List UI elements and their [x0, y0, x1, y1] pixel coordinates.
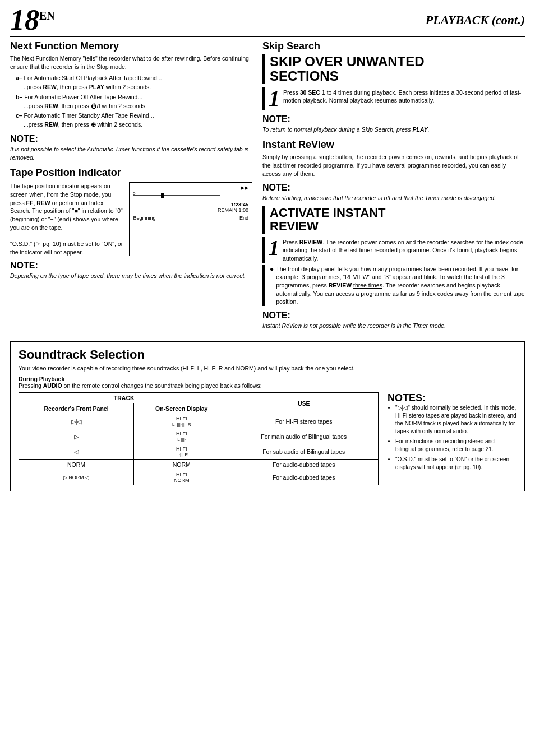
- table-cell: For audio-dubbed tapes: [229, 470, 379, 485]
- col2-header: On-Screen Display: [134, 403, 229, 414]
- skip-search-section: Skip Search SKIP OVER UNWANTED SECTIONS …: [262, 40, 525, 133]
- page-header: 18EN PLAYBACK (cont.): [10, 6, 525, 37]
- skip-search-title: Skip Search: [262, 40, 525, 52]
- table-cell: HI FIL |||·: [134, 429, 229, 444]
- instant-review-bullet-container: ● The front display panel tells you how …: [262, 265, 525, 306]
- activate-title: ACTIVATE INSTANT REVIEW: [270, 206, 525, 233]
- next-function-memory-section: Next Function Memory The Next Function M…: [10, 40, 252, 161]
- during-playback-label: During Playback: [19, 375, 516, 382]
- table-cell: ◁: [19, 444, 134, 460]
- soundtrack-table: TRACK USE Recorder's Front Panel On-Scre…: [19, 392, 379, 485]
- table-row: ◁ HI FI ·||| R For sub audio of Bilingua…: [19, 444, 379, 460]
- notes-title: NOTES:: [388, 392, 516, 404]
- skip-search-step-text: Press 30 SEC 1 to 4 times during playbac…: [283, 87, 525, 105]
- soundtrack-body: Your video recorder is capable of record…: [19, 364, 516, 373]
- table-cell: NORM: [19, 460, 134, 470]
- svg-rect-1: [161, 193, 164, 198]
- tape-track-svg: 0: [133, 191, 248, 201]
- table-cell: HI FIL |||·||| R: [134, 414, 229, 429]
- header-title: PLAYBACK (cont.): [426, 13, 525, 27]
- next-function-memory-title: Next Function Memory: [10, 40, 252, 52]
- table-cell: For Hi-Fi stereo tapes: [229, 414, 379, 429]
- tape-position-note: NOTE: Depending on the type of tape used…: [10, 261, 252, 280]
- table-cell: HI FINORM: [134, 470, 229, 485]
- table-cell: HI FI ·||| R: [134, 444, 229, 460]
- table-cell: ▷ NORM ◁: [19, 470, 134, 485]
- next-function-note: NOTE: It is not possible to select the A…: [10, 134, 252, 161]
- skip-search-note: NOTE: To return to normal playback durin…: [262, 114, 525, 134]
- table-row: ▷ HI FIL |||· For main audio of Bilingua…: [19, 429, 379, 444]
- right-column: Skip Search SKIP OVER UNWANTED SECTIONS …: [262, 40, 525, 335]
- table-row: NORM NORM For audio-dubbed tapes: [19, 460, 379, 470]
- notes-item: "▷|◁" should normally be selected. In th…: [395, 404, 516, 435]
- col1-header: Recorder's Front Panel: [19, 403, 134, 414]
- main-content: Next Function Memory The Next Function M…: [10, 40, 525, 335]
- notes-list: "▷|◁" should normally be selected. In th…: [388, 404, 516, 471]
- during-playback-text: Pressing AUDIO on the remote control cha…: [19, 382, 516, 389]
- table-cell: For main audio of Bilingual tapes: [229, 429, 379, 444]
- instant-review-note-after: NOTE: Instant ReView is not possible whi…: [262, 310, 525, 330]
- tape-diagram: ▶▶ 0 1:23:45 REMAIN 1:: [129, 182, 252, 256]
- table-row: ▷ NORM ◁ HI FINORM For audio-dubbed tape…: [19, 470, 379, 485]
- tape-position-section: Tape Position Indicator The tape positio…: [10, 167, 252, 280]
- page-number: 18EN: [10, 6, 55, 35]
- skip-search-header-box: SKIP OVER UNWANTED SECTIONS: [262, 54, 525, 84]
- tape-diagram-container: The tape position indicator appears on s…: [10, 182, 252, 256]
- list-item: a– For Automatic Start Of Playback After…: [16, 74, 252, 92]
- skip-search-step-number: 1: [265, 87, 283, 110]
- instant-review-step-number: 1: [265, 237, 283, 258]
- notes-item: For instructions on recording stereo and…: [395, 438, 516, 453]
- page: 18EN PLAYBACK (cont.) Next Function Memo…: [0, 0, 535, 756]
- soundtrack-selection-section: Soundtrack Selection Your video recorder…: [10, 341, 525, 492]
- tape-remain: REMAIN 1:00: [133, 207, 248, 213]
- use-header: USE: [229, 393, 379, 414]
- instant-review-step: 1 Press REVIEW. The recorder power comes…: [262, 237, 525, 263]
- table-cell: For sub audio of Bilingual tapes: [229, 444, 379, 460]
- track-header: TRACK: [19, 393, 229, 403]
- next-function-memory-body: The Next Function Memory "tells" the rec…: [10, 54, 252, 71]
- list-item: c– For Automatic Timer Standby After Tap…: [16, 112, 252, 129]
- skip-search-step: 1 Press 30 SEC 1 to 4 times during playb…: [262, 87, 525, 110]
- instant-review-note-before: NOTE: Before starting, make sure that th…: [262, 183, 525, 202]
- instant-review-section: Instant ReView Simply by pressing a sing…: [262, 139, 525, 330]
- instant-review-title: Instant ReView: [262, 139, 525, 151]
- soundtrack-table-col: TRACK USE Recorder's Front Panel On-Scre…: [19, 392, 379, 485]
- soundtrack-title: Soundtrack Selection: [19, 347, 516, 362]
- table-row: ▷|◁ HI FIL |||·||| R For Hi-Fi stereo ta…: [19, 414, 379, 429]
- table-cell: ▷|◁: [19, 414, 134, 429]
- soundtrack-notes-col: NOTES: "▷|◁" should normally be selected…: [388, 392, 516, 485]
- bottom-col-layout: TRACK USE Recorder's Front Panel On-Scre…: [19, 392, 516, 485]
- instant-review-step-text: Press REVIEW. The recorder power comes o…: [283, 237, 525, 263]
- table-cell: NORM: [134, 460, 229, 470]
- left-column: Next Function Memory The Next Function M…: [10, 40, 252, 335]
- tape-time: 1:23:45: [133, 202, 248, 207]
- list-item: b– For Automatic Power Off After Tape Re…: [16, 93, 252, 111]
- table-cell: For audio-dubbed tapes: [229, 460, 379, 470]
- svg-text:0: 0: [133, 191, 136, 196]
- activate-box: ACTIVATE INSTANT REVIEW: [262, 206, 525, 233]
- notes-item: "O.S.D." must be set to "ON" or the on-s…: [395, 456, 516, 471]
- table-cell: ▷: [19, 429, 134, 444]
- skip-search-large-title: SKIP OVER UNWANTED SECTIONS: [270, 54, 525, 84]
- tape-position-text: The tape position indicator appears on s…: [10, 182, 123, 256]
- instant-review-body: Simply by pressing a single button, the …: [262, 153, 525, 178]
- instant-review-bullet: The front display panel tells you how ma…: [276, 265, 525, 306]
- tape-position-title: Tape Position Indicator: [10, 167, 252, 179]
